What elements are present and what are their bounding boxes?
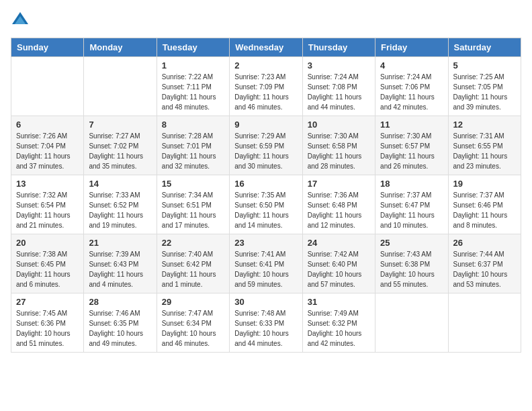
day-number: 11 xyxy=(380,120,443,130)
day-cell: 1Sunrise: 7:22 AM Sunset: 7:11 PM Daylig… xyxy=(157,57,229,116)
day-cell xyxy=(11,57,84,116)
week-row-4: 20Sunrise: 7:38 AM Sunset: 6:45 PM Dayli… xyxy=(11,234,521,293)
day-cell: 27Sunrise: 7:45 AM Sunset: 6:36 PM Dayli… xyxy=(11,293,84,353)
day-number: 26 xyxy=(453,238,516,248)
day-info: Sunrise: 7:23 AM Sunset: 7:09 PM Dayligh… xyxy=(234,72,297,112)
day-number: 7 xyxy=(89,120,151,130)
day-info: Sunrise: 7:24 AM Sunset: 7:06 PM Dayligh… xyxy=(380,72,443,112)
day-cell: 16Sunrise: 7:35 AM Sunset: 6:50 PM Dayli… xyxy=(230,175,302,234)
calendar-header: SundayMondayTuesdayWednesdayThursdayFrid… xyxy=(11,38,521,57)
day-cell: 8Sunrise: 7:28 AM Sunset: 7:01 PM Daylig… xyxy=(157,116,229,175)
day-number: 14 xyxy=(89,179,151,189)
day-info: Sunrise: 7:32 AM Sunset: 6:54 PM Dayligh… xyxy=(16,190,79,230)
day-cell: 3Sunrise: 7:24 AM Sunset: 7:08 PM Daylig… xyxy=(302,57,375,116)
day-number: 10 xyxy=(308,120,370,130)
day-cell: 21Sunrise: 7:39 AM Sunset: 6:43 PM Dayli… xyxy=(84,234,157,293)
day-info: Sunrise: 7:30 AM Sunset: 6:57 PM Dayligh… xyxy=(380,131,443,171)
day-cell: 6Sunrise: 7:26 AM Sunset: 7:04 PM Daylig… xyxy=(11,116,84,175)
day-info: Sunrise: 7:48 AM Sunset: 6:33 PM Dayligh… xyxy=(234,308,297,349)
day-info: Sunrise: 7:22 AM Sunset: 7:11 PM Dayligh… xyxy=(162,72,224,112)
day-cell: 7Sunrise: 7:27 AM Sunset: 7:02 PM Daylig… xyxy=(84,116,157,175)
day-info: Sunrise: 7:37 AM Sunset: 6:47 PM Dayligh… xyxy=(380,190,443,230)
day-info: Sunrise: 7:38 AM Sunset: 6:45 PM Dayligh… xyxy=(16,249,79,289)
day-number: 8 xyxy=(162,120,224,130)
day-info: Sunrise: 7:26 AM Sunset: 7:04 PM Dayligh… xyxy=(16,131,79,171)
header xyxy=(11,11,521,30)
day-cell: 13Sunrise: 7:32 AM Sunset: 6:54 PM Dayli… xyxy=(11,175,84,234)
day-cell: 2Sunrise: 7:23 AM Sunset: 7:09 PM Daylig… xyxy=(230,57,302,116)
day-number: 18 xyxy=(380,179,443,189)
header-cell-friday: Friday xyxy=(375,38,448,57)
day-cell: 20Sunrise: 7:38 AM Sunset: 6:45 PM Dayli… xyxy=(11,234,84,293)
day-number: 25 xyxy=(380,238,443,248)
header-cell-wednesday: Wednesday xyxy=(230,38,302,57)
day-cell xyxy=(448,293,521,353)
day-number: 17 xyxy=(308,179,370,189)
day-cell: 26Sunrise: 7:44 AM Sunset: 6:37 PM Dayli… xyxy=(448,234,521,293)
header-cell-tuesday: Tuesday xyxy=(157,38,229,57)
logo xyxy=(11,11,32,30)
day-number: 20 xyxy=(16,238,79,248)
week-row-3: 13Sunrise: 7:32 AM Sunset: 6:54 PM Dayli… xyxy=(11,175,521,234)
day-number: 1 xyxy=(162,60,224,71)
day-cell xyxy=(84,57,157,116)
day-number: 27 xyxy=(16,297,79,307)
day-number: 13 xyxy=(16,179,79,189)
day-cell: 5Sunrise: 7:25 AM Sunset: 7:05 PM Daylig… xyxy=(448,57,521,116)
week-row-1: 1Sunrise: 7:22 AM Sunset: 7:11 PM Daylig… xyxy=(11,57,521,116)
day-number: 6 xyxy=(16,120,79,130)
day-info: Sunrise: 7:34 AM Sunset: 6:51 PM Dayligh… xyxy=(162,190,224,230)
day-number: 31 xyxy=(308,297,370,307)
day-cell: 12Sunrise: 7:31 AM Sunset: 6:55 PM Dayli… xyxy=(448,116,521,175)
day-cell: 31Sunrise: 7:49 AM Sunset: 6:32 PM Dayli… xyxy=(302,293,375,353)
header-cell-thursday: Thursday xyxy=(302,38,375,57)
day-cell: 17Sunrise: 7:36 AM Sunset: 6:48 PM Dayli… xyxy=(302,175,375,234)
calendar-body: 1Sunrise: 7:22 AM Sunset: 7:11 PM Daylig… xyxy=(11,57,521,353)
day-number: 19 xyxy=(453,179,516,189)
day-cell: 30Sunrise: 7:48 AM Sunset: 6:33 PM Dayli… xyxy=(230,293,302,353)
day-number: 21 xyxy=(89,238,151,248)
day-info: Sunrise: 7:25 AM Sunset: 7:05 PM Dayligh… xyxy=(453,72,516,112)
header-cell-saturday: Saturday xyxy=(448,38,521,57)
day-info: Sunrise: 7:47 AM Sunset: 6:34 PM Dayligh… xyxy=(162,308,224,349)
day-number: 30 xyxy=(234,297,297,307)
day-cell: 10Sunrise: 7:30 AM Sunset: 6:58 PM Dayli… xyxy=(302,116,375,175)
day-info: Sunrise: 7:33 AM Sunset: 6:52 PM Dayligh… xyxy=(89,190,151,230)
day-cell: 14Sunrise: 7:33 AM Sunset: 6:52 PM Dayli… xyxy=(84,175,157,234)
day-info: Sunrise: 7:40 AM Sunset: 6:42 PM Dayligh… xyxy=(162,249,224,289)
week-row-5: 27Sunrise: 7:45 AM Sunset: 6:36 PM Dayli… xyxy=(11,293,521,353)
day-cell: 9Sunrise: 7:29 AM Sunset: 6:59 PM Daylig… xyxy=(230,116,302,175)
logo-icon xyxy=(11,11,30,30)
day-info: Sunrise: 7:41 AM Sunset: 6:41 PM Dayligh… xyxy=(234,249,297,289)
day-number: 9 xyxy=(234,120,297,130)
day-info: Sunrise: 7:46 AM Sunset: 6:35 PM Dayligh… xyxy=(89,308,151,349)
day-number: 4 xyxy=(380,60,443,71)
day-info: Sunrise: 7:28 AM Sunset: 7:01 PM Dayligh… xyxy=(162,131,224,171)
day-number: 29 xyxy=(162,297,224,307)
day-cell: 23Sunrise: 7:41 AM Sunset: 6:41 PM Dayli… xyxy=(230,234,302,293)
day-info: Sunrise: 7:45 AM Sunset: 6:36 PM Dayligh… xyxy=(16,308,79,349)
day-info: Sunrise: 7:24 AM Sunset: 7:08 PM Dayligh… xyxy=(308,72,370,112)
day-number: 22 xyxy=(162,238,224,248)
day-number: 5 xyxy=(453,60,516,71)
day-cell: 18Sunrise: 7:37 AM Sunset: 6:47 PM Dayli… xyxy=(375,175,448,234)
day-cell: 15Sunrise: 7:34 AM Sunset: 6:51 PM Dayli… xyxy=(157,175,229,234)
day-cell: 4Sunrise: 7:24 AM Sunset: 7:06 PM Daylig… xyxy=(375,57,448,116)
header-row: SundayMondayTuesdayWednesdayThursdayFrid… xyxy=(11,38,521,57)
day-cell: 25Sunrise: 7:43 AM Sunset: 6:38 PM Dayli… xyxy=(375,234,448,293)
day-info: Sunrise: 7:31 AM Sunset: 6:55 PM Dayligh… xyxy=(453,131,516,171)
day-info: Sunrise: 7:44 AM Sunset: 6:37 PM Dayligh… xyxy=(453,249,516,289)
day-cell xyxy=(375,293,448,353)
day-info: Sunrise: 7:30 AM Sunset: 6:58 PM Dayligh… xyxy=(308,131,370,171)
day-info: Sunrise: 7:42 AM Sunset: 6:40 PM Dayligh… xyxy=(308,249,370,289)
day-cell: 24Sunrise: 7:42 AM Sunset: 6:40 PM Dayli… xyxy=(302,234,375,293)
day-cell: 29Sunrise: 7:47 AM Sunset: 6:34 PM Dayli… xyxy=(157,293,229,353)
day-number: 2 xyxy=(234,60,297,71)
day-number: 23 xyxy=(234,238,297,248)
week-row-2: 6Sunrise: 7:26 AM Sunset: 7:04 PM Daylig… xyxy=(11,116,521,175)
header-cell-sunday: Sunday xyxy=(11,38,84,57)
day-number: 16 xyxy=(234,179,297,189)
day-number: 24 xyxy=(308,238,370,248)
day-cell: 28Sunrise: 7:46 AM Sunset: 6:35 PM Dayli… xyxy=(84,293,157,353)
day-cell: 19Sunrise: 7:37 AM Sunset: 6:46 PM Dayli… xyxy=(448,175,521,234)
